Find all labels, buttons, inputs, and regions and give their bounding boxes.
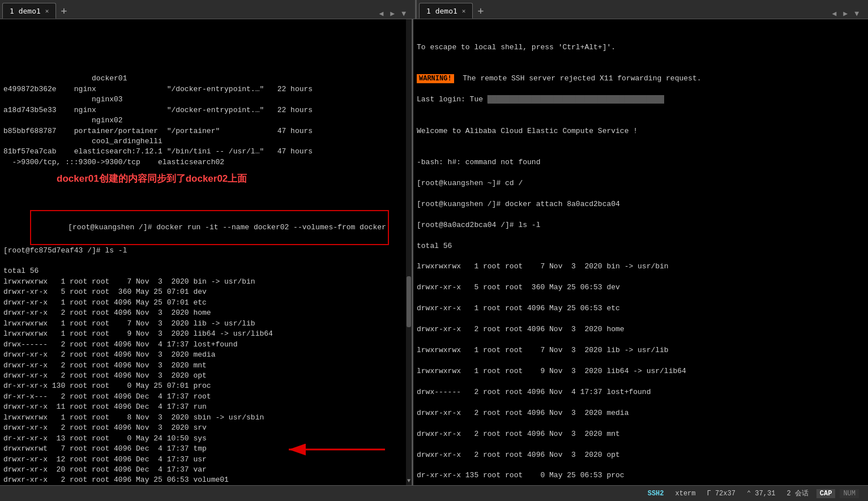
left-tab-label: 1 demo1: [10, 7, 41, 15]
status-num: NUM: [840, 489, 859, 498]
right-tab-close[interactable]: ✕: [462, 7, 466, 15]
status-ssh: SSH2: [648, 490, 664, 498]
left-scrollbar[interactable]: ▼: [406, 19, 412, 485]
status-xterm: xterm: [675, 490, 696, 498]
right-terminal-pane[interactable]: To escape to local shell, press 'Ctrl+Al…: [413, 19, 868, 485]
status-size: Γ 72x37: [707, 490, 736, 498]
right-tab-add[interactable]: +: [473, 3, 488, 19]
left-terminal-scroll: docker01 e499872b362e nginx "/docker-ent…: [0, 19, 412, 485]
left-docker-ps-output: docker01 e499872b362e nginx "/docker-ent…: [3, 63, 408, 178]
status-pos: ⌃ 37,31: [747, 489, 775, 498]
status-cap: CAP: [816, 489, 836, 498]
right-tab-label: 1 demo1: [426, 7, 457, 15]
left-nav-dropdown[interactable]: ▼: [399, 8, 408, 19]
left-nav-next[interactable]: ▶: [388, 8, 397, 19]
right-nav-dropdown[interactable]: ▼: [852, 8, 861, 19]
right-nav-next[interactable]: ▶: [841, 8, 850, 19]
left-terminal-pane[interactable]: docker01 e499872b362e nginx "/docker-ent…: [0, 19, 413, 485]
left-tab-active[interactable]: 1 demo1 ✕: [2, 3, 56, 19]
left-nav-prev[interactable]: ◀: [377, 8, 386, 19]
right-tab-active[interactable]: 1 demo1 ✕: [419, 3, 473, 19]
status-bar: SSH2 xterm Γ 72x37 ⌃ 37,31 2 会话 CAP NUM: [0, 485, 868, 501]
right-nav-prev[interactable]: ◀: [830, 8, 839, 19]
left-docker-run-cmd: [root@kuangshen /]# docker run -it --nam…: [30, 210, 389, 245]
right-terminal-scroll: To escape to local shell, press 'Ctrl+Al…: [413, 19, 868, 485]
warning-badge: WARNING!: [417, 74, 454, 83]
status-sessions: 2 会话: [786, 489, 808, 498]
left-tab-close[interactable]: ✕: [45, 7, 49, 15]
left-tab-add[interactable]: +: [56, 3, 71, 19]
